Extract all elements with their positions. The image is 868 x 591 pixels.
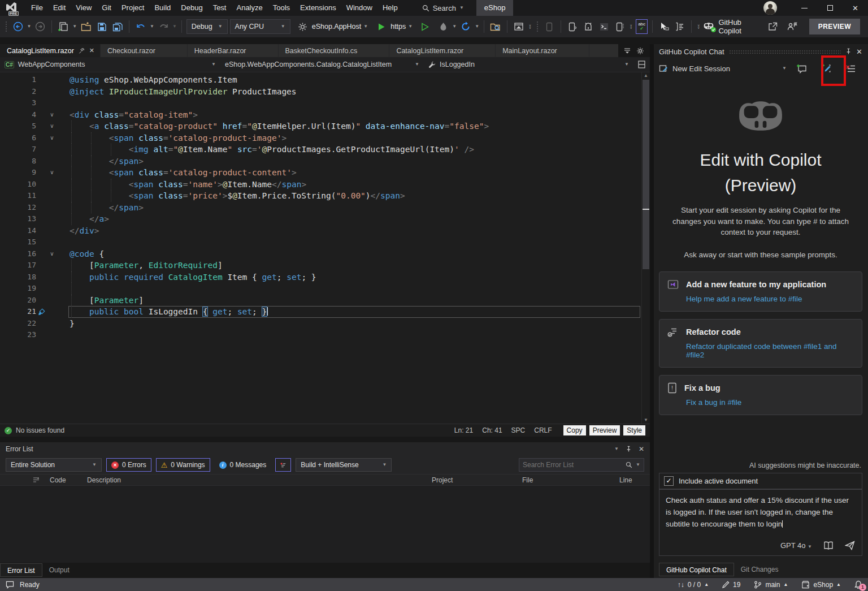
session-dropdown-chevron[interactable]: ▼ [782, 66, 787, 71]
error-scope-dropdown[interactable]: Entire Solution▼ [6, 458, 102, 472]
panel-menu-chevron[interactable]: ▼ [614, 447, 619, 451]
editor-scrollbar[interactable]: ▲ ▼ [641, 72, 650, 424]
new-project-button[interactable] [57, 19, 70, 34]
startup-project-chevron[interactable]: ▼ [363, 24, 368, 29]
code-line-4[interactable]: 4∨<div class="catalog-item"> [0, 109, 650, 121]
launch-profile-chevron[interactable]: ▼ [408, 24, 413, 29]
fold-chevron-icon[interactable]: ∨ [46, 109, 58, 121]
copy-button[interactable]: Copy [563, 425, 586, 435]
code-editor[interactable]: 1@using eShop.WebAppComponents.Item2@inj… [0, 72, 650, 424]
fold-chevron-icon[interactable]: ∨ [46, 167, 58, 179]
github-copilot-status[interactable]: GitHub Copilot [703, 18, 758, 35]
tab-output[interactable]: Output [42, 563, 76, 577]
tab-CatalogListItem.razor[interactable]: CatalogListItem.razor [389, 44, 496, 57]
include-active-document-row[interactable]: ✓ Include active document [659, 473, 862, 489]
column-header-project[interactable]: Project [429, 476, 520, 484]
column-header-code[interactable]: Code [47, 476, 85, 484]
model-selector[interactable]: GPT 4o ▼ [780, 541, 812, 550]
menu-edit[interactable]: Edit [48, 0, 71, 16]
menu-view[interactable]: View [71, 0, 97, 16]
line-indicator[interactable]: Ln: 21 [454, 426, 473, 434]
menu-project[interactable]: Project [116, 0, 149, 16]
code-line-17[interactable]: 17 [Parameter, EditorRequired] [0, 260, 650, 271]
start-debugging-button[interactable] [375, 19, 388, 34]
type-dropdown[interactable]: eShop.WebAppComponents.Catalog.CatalogLi… [220, 57, 424, 72]
tab-github-copilot-chat[interactable]: GitHub Copilot Chat [659, 563, 734, 576]
code-line-23[interactable]: 23 [0, 329, 650, 341]
solution-badge[interactable]: eShop [476, 0, 514, 16]
maximize-button[interactable] [817, 0, 843, 16]
start-without-debugging-button[interactable] [418, 19, 432, 34]
minimize-button[interactable] [792, 0, 817, 16]
code-line-8[interactable]: 8 </span> [0, 156, 650, 167]
column-header-line[interactable]: Line [617, 476, 650, 484]
platform-dropdown[interactable]: Any CPU▼ [230, 19, 290, 34]
close-tab-icon[interactable]: ✕ [89, 47, 94, 54]
error-source-dropdown[interactable]: Build + IntelliSense▼ [296, 458, 392, 472]
preview-toggle-button[interactable]: Preview [589, 425, 620, 435]
new-item-chevron[interactable]: ▼ [72, 24, 77, 29]
launch-profile-label[interactable]: https [390, 23, 406, 31]
git-repository[interactable]: eShop▲ [801, 581, 841, 589]
structure-navigation-icon[interactable] [673, 19, 687, 34]
startup-project-label[interactable]: eShop.AppHost [312, 23, 362, 31]
selection-tool-icon[interactable] [657, 19, 671, 34]
share-icon[interactable] [766, 19, 780, 34]
card-subtitle[interactable]: Fix a bug in #file [686, 398, 854, 407]
scrollbar-thumb[interactable] [643, 80, 649, 269]
menu-debug[interactable]: Debug [176, 0, 207, 16]
open-documents-list-icon[interactable] [624, 48, 631, 54]
new-chat-session-button[interactable] [795, 62, 809, 75]
chat-prompt-input[interactable]: Check auth status and offer a 15% discou… [659, 489, 862, 556]
panel-drag-grip[interactable] [729, 50, 841, 54]
configuration-dropdown[interactable]: Debug▼ [186, 19, 228, 34]
column-indicator[interactable]: Ch: 41 [482, 426, 502, 434]
code-line-3[interactable]: 3 [0, 97, 650, 109]
undo-button[interactable] [134, 19, 147, 34]
browser-link-button[interactable] [512, 19, 526, 34]
tab-CatalogListItem.razor[interactable]: CatalogListItem.razor✕ [0, 44, 101, 57]
navigate-forward-button[interactable] [33, 19, 47, 34]
column-header-description[interactable]: Description [85, 476, 429, 484]
spell-checker-toggle[interactable]: abc✓ [636, 19, 648, 34]
menu-test[interactable]: Test [208, 0, 232, 16]
error-list-grid[interactable] [0, 486, 650, 563]
tab-Checkout.razor[interactable]: Checkout.razor [101, 44, 188, 57]
scroll-down-arrow[interactable]: ▼ [642, 417, 650, 424]
prompt-card-1[interactable]: Add a new feature to my applicationHelp … [659, 271, 862, 312]
preview-button[interactable]: PREVIEW [809, 19, 860, 34]
code-line-13[interactable]: 13 </a> [0, 213, 650, 225]
undo-chevron[interactable]: ▼ [150, 24, 154, 29]
tab-MainLayout.razor[interactable]: MainLayout.razor [496, 44, 589, 57]
quick-actions-icon[interactable] [36, 306, 46, 318]
search-options-chevron[interactable]: ▼ [636, 463, 640, 467]
notifications-bell[interactable]: 1 [854, 580, 862, 589]
toolbar-overflow[interactable]: ∨∨ [697, 24, 700, 29]
menu-git[interactable]: Git [97, 0, 116, 16]
redo-button[interactable] [157, 19, 170, 34]
code-line-20[interactable]: 20 [Parameter] [0, 295, 650, 307]
open-folder-button[interactable] [79, 19, 93, 34]
tab-error-list[interactable]: Error List [0, 563, 42, 577]
close-panel-icon[interactable]: ✕ [856, 48, 862, 56]
menu-analyze[interactable]: Analyze [231, 0, 267, 16]
card-subtitle[interactable]: Refactor duplicated code between #file1 … [686, 342, 854, 359]
project-dropdown[interactable]: C# WebAppComponents ▼ [0, 57, 220, 72]
find-in-files-button[interactable] [489, 19, 502, 34]
search-box[interactable]: Search ▼ [422, 4, 464, 12]
back-history-chevron[interactable]: ▼ [27, 24, 32, 29]
code-line-5[interactable]: 5∨ <a class="catalog-product" href="@Ite… [0, 120, 650, 132]
spaces-indicator[interactable]: SPC [511, 426, 526, 434]
code-line-6[interactable]: 6∨ <span class='catalog-product-image'> [0, 132, 650, 144]
card-subtitle[interactable]: Help me add a new feature to #file [686, 295, 854, 303]
menu-build[interactable]: Build [149, 0, 176, 16]
code-line-16[interactable]: 16∨@code { [0, 248, 650, 260]
menu-file[interactable]: File [26, 0, 48, 16]
code-line-10[interactable]: 10 <span class='name'>@Item.Name</span> [0, 179, 650, 191]
code-line-2[interactable]: 2@inject IProductImageUrlProvider Produc… [0, 86, 650, 98]
tab-BasketCheckoutInfo.cs[interactable]: BasketCheckoutInfo.cs [279, 44, 390, 57]
menu-tools[interactable]: Tools [268, 0, 295, 16]
send-feedback-icon[interactable] [785, 19, 799, 34]
restart-button[interactable] [459, 19, 472, 34]
save-all-button[interactable] [111, 19, 124, 34]
